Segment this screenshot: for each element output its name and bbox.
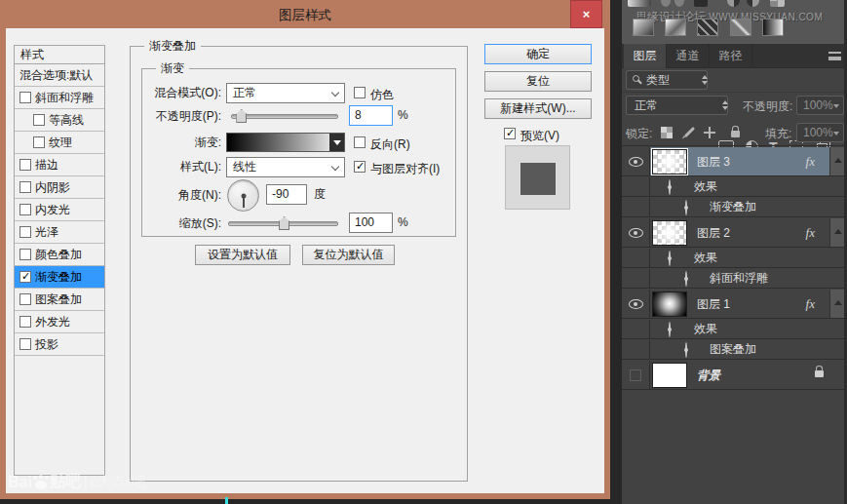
tab-channels[interactable]: 通道 bbox=[667, 44, 710, 68]
effects-row[interactable]: 效果 bbox=[622, 177, 847, 197]
gradient-preset-thumb[interactable] bbox=[633, 19, 654, 36]
gradient-preview-bar[interactable] bbox=[226, 133, 345, 152]
sidebar-item-bevel-emboss[interactable]: 斜面和浮雕 bbox=[15, 87, 104, 109]
layer1-thumbnail[interactable] bbox=[652, 291, 687, 317]
outer-glow-checkbox[interactable] bbox=[19, 316, 31, 328]
drop-shadow-checkbox[interactable] bbox=[19, 338, 31, 350]
color-overlay-checkbox[interactable] bbox=[19, 249, 31, 260]
layer-row-3[interactable]: 图层 3 fx bbox=[622, 147, 847, 176]
eye-icon[interactable] bbox=[685, 271, 687, 287]
eye-icon[interactable] bbox=[669, 251, 671, 266]
contour-checkbox[interactable] bbox=[33, 114, 45, 126]
effects-row[interactable]: 效果 bbox=[622, 249, 847, 268]
inner-shadow-checkbox[interactable] bbox=[19, 181, 31, 193]
eye-icon[interactable] bbox=[629, 157, 643, 167]
texture-checkbox[interactable] bbox=[33, 136, 45, 148]
eye-icon[interactable] bbox=[669, 179, 671, 195]
opacity-slider[interactable] bbox=[231, 114, 338, 119]
reverse-checkbox[interactable] bbox=[354, 136, 366, 148]
scale-input[interactable]: 100 bbox=[349, 213, 393, 233]
layer2-thumbnail[interactable] bbox=[652, 220, 687, 246]
tab-layers[interactable]: 图层 bbox=[624, 44, 667, 68]
ok-button[interactable]: 确定 bbox=[484, 44, 592, 64]
align-with-layer-checkbox[interactable] bbox=[354, 161, 366, 173]
eye-icon[interactable] bbox=[685, 342, 687, 358]
lock-pixels-icon[interactable] bbox=[684, 127, 695, 137]
dither-checkbox[interactable] bbox=[354, 87, 366, 98]
layer3-thumbnail[interactable] bbox=[652, 149, 687, 174]
sidebar-item-satin[interactable]: 光泽 bbox=[15, 221, 104, 244]
sidebar-item-blending-options[interactable]: 混合选项:默认 bbox=[15, 64, 104, 87]
opacity-input[interactable]: 8 bbox=[349, 105, 393, 126]
layer-blend-select[interactable]: 正常 bbox=[626, 96, 728, 115]
sidebar-item-color-overlay[interactable]: 颜色叠加 bbox=[15, 244, 104, 266]
effect-item-row[interactable]: 斜面和浮雕 bbox=[622, 269, 847, 289]
angle-dial[interactable] bbox=[227, 179, 259, 212]
sidebar-item-inner-shadow[interactable]: 内阴影 bbox=[15, 176, 104, 199]
style-select[interactable]: 线性 bbox=[226, 157, 345, 177]
sidebar-item-gradient-overlay[interactable]: 渐变叠加 bbox=[15, 266, 104, 289]
lock-all-icon[interactable] bbox=[731, 131, 740, 137]
layer-name[interactable]: 图层 3 bbox=[697, 153, 730, 170]
pattern-overlay-checkbox[interactable] bbox=[19, 293, 31, 305]
bevel-emboss-checkbox[interactable] bbox=[19, 92, 31, 103]
layer-name[interactable]: 背景 bbox=[697, 367, 720, 383]
layer-row-background[interactable]: 背景 bbox=[622, 361, 847, 390]
layer-opacity-select[interactable]: 100% bbox=[796, 96, 844, 115]
satin-checkbox[interactable] bbox=[19, 226, 31, 238]
sidebar-item-drop-shadow[interactable]: 投影 bbox=[15, 333, 104, 356]
tab-paths[interactable]: 路径 bbox=[710, 44, 752, 68]
panel-menu-icon[interactable] bbox=[828, 52, 841, 60]
close-icon: × bbox=[583, 7, 591, 21]
eye-icon[interactable] bbox=[669, 322, 671, 337]
scale-slider[interactable] bbox=[228, 221, 338, 226]
lock-transparency-icon[interactable] bbox=[661, 127, 673, 138]
gradient-overlay-checkbox[interactable] bbox=[19, 271, 31, 283]
new-style-button[interactable]: 新建样式(W)... bbox=[484, 98, 592, 119]
inner-glow-checkbox[interactable] bbox=[19, 204, 31, 215]
reset-default-button[interactable]: 复位为默认值 bbox=[302, 245, 395, 265]
gradient-preset-thumb[interactable] bbox=[697, 19, 718, 36]
eye-icon[interactable] bbox=[685, 200, 687, 215]
close-button[interactable]: × bbox=[570, 0, 602, 28]
eye-icon[interactable] bbox=[629, 228, 643, 238]
effect-item-row[interactable]: 渐变叠加 bbox=[622, 198, 847, 217]
gradient-preset-thumb[interactable] bbox=[762, 19, 784, 36]
collapse-effects-arrow[interactable] bbox=[829, 218, 844, 247]
collapse-effects-arrow[interactable] bbox=[829, 290, 844, 318]
collapse-effects-arrow[interactable] bbox=[829, 147, 844, 175]
sidebar-item-stroke[interactable]: 描边 bbox=[15, 154, 104, 176]
visibility-cell[interactable] bbox=[622, 290, 650, 318]
visibility-cell[interactable] bbox=[622, 218, 650, 247]
fill-select[interactable]: 100% bbox=[796, 123, 844, 142]
visibility-cell[interactable] bbox=[622, 147, 650, 175]
layer-row-2[interactable]: 图层 2 fx bbox=[622, 218, 847, 248]
sidebar-item-pattern-overlay[interactable]: 图案叠加 bbox=[15, 289, 104, 311]
layer-name[interactable]: 图层 1 bbox=[697, 295, 730, 312]
filter-type-select[interactable]: 类型 bbox=[626, 70, 708, 90]
gradient-picker-arrow-icon[interactable] bbox=[329, 134, 344, 151]
sidebar-item-inner-glow[interactable]: 内发光 bbox=[15, 199, 104, 221]
visibility-empty-box[interactable] bbox=[630, 369, 641, 381]
layer-row-1[interactable]: 图层 1 fx bbox=[622, 290, 847, 319]
effect-item-row[interactable]: 图案叠加 bbox=[622, 340, 847, 360]
sidebar-item-contour[interactable]: 等高线 bbox=[15, 109, 104, 132]
effects-row[interactable]: 效果 bbox=[622, 320, 847, 339]
background-thumbnail[interactable] bbox=[652, 363, 687, 388]
sidebar-item-texture[interactable]: 纹理 bbox=[15, 132, 104, 154]
sidebar-item-outer-glow[interactable]: 外发光 bbox=[15, 311, 104, 333]
preview-checkbox[interactable] bbox=[504, 128, 516, 139]
reset-button[interactable]: 复位 bbox=[484, 71, 592, 92]
gradient-preset-thumb[interactable] bbox=[730, 19, 751, 36]
blend-mode-select[interactable]: 正常 bbox=[226, 83, 345, 103]
angle-input[interactable]: -90 bbox=[266, 184, 307, 205]
lock-position-icon[interactable] bbox=[704, 127, 715, 138]
eye-icon[interactable] bbox=[629, 299, 643, 309]
set-default-button[interactable]: 设置为默认值 bbox=[195, 245, 290, 265]
dialog-titlebar[interactable]: 图层样式 × bbox=[0, 0, 610, 28]
visibility-cell bbox=[622, 320, 650, 338]
layer-name[interactable]: 图层 2 bbox=[697, 224, 730, 241]
visibility-cell[interactable] bbox=[622, 361, 650, 389]
stroke-checkbox[interactable] bbox=[19, 159, 31, 171]
gradient-preset-thumb[interactable] bbox=[665, 19, 686, 36]
